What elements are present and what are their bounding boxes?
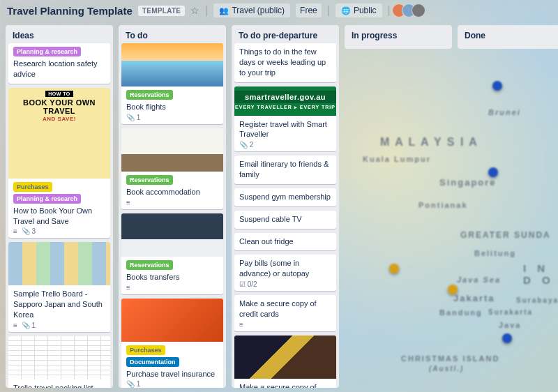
label-research: Planning & research bbox=[13, 194, 81, 204]
card-cover: smartraveller.gov.auEVERY TRAVELLER ▸ EV… bbox=[234, 86, 336, 116]
card-title: Trello travel packing list bbox=[13, 383, 105, 388]
card-badges: ≡ bbox=[126, 199, 218, 206]
attachment-badge: 📎 2 bbox=[239, 141, 253, 149]
card-labels: Reservations bbox=[126, 260, 218, 270]
card[interactable]: HOW TOBOOK YOUR OWN TRAVELAND SAVE!Purch… bbox=[8, 88, 110, 239]
card-title: Book flights bbox=[126, 102, 218, 112]
member-avatars[interactable] bbox=[396, 3, 425, 17]
card-badges: 📎 1 bbox=[126, 380, 218, 388]
board-canvas: IdeasPlanning & researchResearch locatio… bbox=[0, 21, 558, 392]
card-title: Purchase travel insurance bbox=[126, 369, 218, 379]
card-cover bbox=[121, 299, 223, 342]
card-cover bbox=[8, 242, 110, 285]
label-reservations: Reservations bbox=[126, 260, 173, 270]
list-title[interactable]: Ideas bbox=[6, 25, 113, 43]
card[interactable]: Trello travel packing list≡📎 1🗐 1 bbox=[8, 336, 110, 388]
checklist-badge: ☑ 0/2 bbox=[239, 280, 257, 288]
board-title: Travel Planning Template bbox=[7, 5, 133, 17]
card-cover bbox=[121, 213, 223, 257]
board-header: Travel Planning Template TEMPLATE ☆ | 👥T… bbox=[0, 0, 558, 21]
visibility-label: Public bbox=[354, 6, 377, 15]
people-icon: 👥 bbox=[219, 6, 229, 15]
card[interactable]: Sample Trello Board - Sapporo Japan and … bbox=[8, 242, 110, 332]
list: To doReservationsBook flights📎 1Reservat… bbox=[119, 25, 226, 388]
visibility-button[interactable]: 🌐Public bbox=[335, 3, 382, 17]
card-title: Make a secure copy of your passport bbox=[239, 382, 331, 388]
card-cover bbox=[234, 336, 336, 379]
card[interactable]: Pay bills (some in advance) or autopay☑ … bbox=[234, 255, 336, 291]
label-purchases: Purchases bbox=[126, 345, 165, 355]
attachment-badge: 📎 1 bbox=[126, 114, 140, 121]
card-cover bbox=[8, 336, 110, 379]
list-cards bbox=[345, 43, 452, 49]
card-badges: 📎 1 bbox=[126, 114, 218, 121]
card[interactable]: ReservationsBook accommodation≡ bbox=[121, 128, 223, 209]
card-title: Suspend cable TV bbox=[239, 214, 331, 225]
card[interactable]: smartraveller.gov.auEVERY TRAVELLER ▸ EV… bbox=[234, 86, 336, 152]
list: IdeasPlanning & researchResearch locatio… bbox=[6, 25, 113, 388]
list-cards bbox=[458, 43, 558, 49]
description-icon: ≡ bbox=[239, 321, 243, 329]
card-title: Research location safety advice bbox=[13, 59, 105, 80]
avatar bbox=[412, 3, 425, 17]
card-labels: Reservations bbox=[126, 90, 218, 100]
card[interactable]: Things to do in the few days or weeks le… bbox=[234, 43, 336, 82]
card-title: Email itinerary to friends & family bbox=[239, 159, 331, 180]
card-labels: PurchasesPlanning & research bbox=[13, 182, 105, 204]
attachment-badge: 📎 3 bbox=[22, 227, 36, 235]
card[interactable]: Planning & researchResearch location saf… bbox=[8, 43, 110, 84]
description-icon: ≡ bbox=[13, 322, 17, 329]
card-badges: ≡ bbox=[126, 284, 218, 292]
card-badges: 📎 2 bbox=[239, 141, 331, 149]
label-reservations: Reservations bbox=[126, 175, 173, 185]
label-purchases: Purchases bbox=[13, 182, 52, 192]
globe-icon: 🌐 bbox=[341, 6, 351, 15]
description-icon: ≡ bbox=[126, 199, 130, 206]
star-icon[interactable]: ☆ bbox=[190, 5, 199, 16]
card-cover bbox=[121, 128, 223, 172]
attachment-badge: 📎 1 bbox=[22, 322, 36, 329]
card-title: Register travel with Smart Traveller bbox=[239, 119, 331, 140]
card-cover: HOW TOBOOK YOUR OWN TRAVELAND SAVE! bbox=[8, 88, 110, 179]
list-cards: Things to do in the few days or weeks le… bbox=[232, 43, 339, 388]
list-cards: ReservationsBook flights📎 1ReservationsB… bbox=[119, 43, 226, 388]
card[interactable]: Make a secure copy of your passport≡📎 1 bbox=[234, 336, 336, 388]
template-badge: TEMPLATE bbox=[138, 6, 186, 16]
card[interactable]: Clean out fridge bbox=[234, 233, 336, 251]
card-title: Make a secure copy of credit cards bbox=[239, 299, 331, 319]
attachment-badge: 📎 1 bbox=[126, 380, 140, 388]
list-title[interactable]: In progress bbox=[345, 25, 452, 43]
card-title: Pay bills (some in advance) or autopay bbox=[239, 258, 331, 279]
list-title[interactable]: To do bbox=[119, 25, 226, 43]
plan-badge: Free bbox=[296, 3, 322, 17]
card-badges: ≡📎 3 bbox=[13, 227, 105, 235]
card-labels: PurchasesDocumentation bbox=[126, 345, 218, 367]
card[interactable]: Suspend cable TV bbox=[234, 211, 336, 229]
description-icon: ≡ bbox=[13, 227, 17, 235]
card-title: How to Book Your Own Travel and Save bbox=[13, 206, 105, 227]
workspace-button[interactable]: 👥Travel (public) bbox=[213, 3, 290, 17]
card-badges: ≡📎 1 bbox=[13, 322, 105, 329]
card[interactable]: Suspend gym membership bbox=[234, 188, 336, 206]
list: To do pre-departureThings to do in the f… bbox=[232, 25, 339, 388]
card-title: Suspend gym membership bbox=[239, 192, 331, 202]
card[interactable]: PurchasesDocumentationPurchase travel in… bbox=[121, 299, 223, 388]
card[interactable]: Make a secure copy of credit cards≡ bbox=[234, 295, 336, 331]
card-cover bbox=[121, 43, 223, 86]
workspace-name: Travel (public) bbox=[232, 6, 285, 15]
card-title: Things to do in the few days or weeks le… bbox=[239, 47, 331, 78]
list-title[interactable]: To do pre-departure bbox=[232, 25, 339, 43]
card[interactable]: ReservationsBooks transfers≡ bbox=[121, 213, 223, 294]
card-title: Clean out fridge bbox=[239, 236, 331, 247]
list: In progress bbox=[345, 25, 452, 49]
card-title: Books transfers bbox=[126, 272, 218, 282]
card-badges: ☑ 0/2 bbox=[239, 280, 331, 288]
card-labels: Reservations bbox=[126, 175, 218, 185]
card-badges: ≡ bbox=[239, 321, 331, 329]
card[interactable]: ReservationsBook flights📎 1 bbox=[121, 43, 223, 124]
card-title: Book accommodation bbox=[126, 187, 218, 197]
label-documentation: Documentation bbox=[126, 357, 179, 367]
description-icon: ≡ bbox=[126, 284, 130, 292]
list-title[interactable]: Done bbox=[458, 25, 558, 43]
card[interactable]: Email itinerary to friends & family bbox=[234, 156, 336, 184]
